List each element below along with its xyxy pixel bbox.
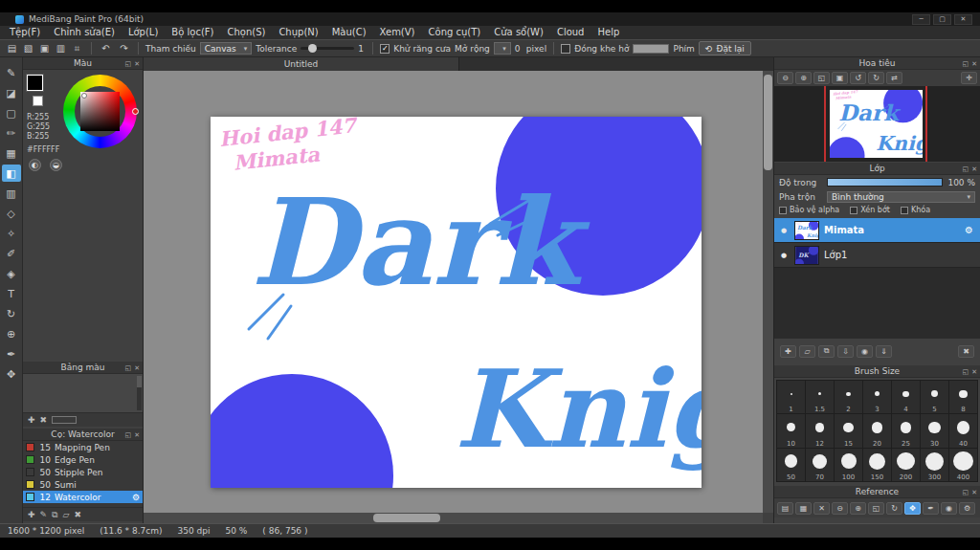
navigator-preview[interactable]: DarkKnightHoi dap 147Mimata [774, 86, 980, 162]
redo-icon[interactable]: ↷ [117, 41, 131, 55]
float-panel-icon[interactable]: ◱ [963, 165, 969, 173]
layer-visibility-dot[interactable]: ● [778, 227, 790, 234]
drawing-canvas[interactable]: DarkKnightHoi dap 147Mimata [211, 117, 702, 488]
delete-swatch-icon[interactable]: ✖ [40, 415, 48, 425]
add-swatch-icon[interactable]: ✚ [28, 415, 35, 425]
maximize-button[interactable]: ▢ [933, 14, 951, 25]
brush-size-12[interactable]: 12 [806, 414, 834, 447]
brush-size-1[interactable]: 1 [777, 381, 805, 413]
bucket-tool[interactable]: ◧ [2, 165, 21, 182]
close-panel-icon[interactable]: ✕ [134, 431, 140, 439]
lock-checkbox[interactable] [901, 207, 908, 214]
expand-value[interactable]: 0 [515, 44, 523, 54]
background-color-swatch[interactable] [33, 96, 43, 106]
brush-item-4[interactable]: 12Watercolor⚙ [23, 491, 143, 503]
brush-size-40[interactable]: 40 [949, 414, 977, 447]
float-panel-icon[interactable]: ◱ [125, 60, 132, 68]
add-layer-icon[interactable]: ✚ [780, 345, 796, 358]
opacity-slider[interactable] [827, 178, 943, 187]
brush-item-2[interactable]: 50Stipple Pen [23, 466, 143, 478]
zoom-in-icon[interactable]: ⊕ [795, 72, 812, 84]
brush-size-100[interactable]: 100 [835, 449, 862, 481]
float-panel-icon[interactable]: ◱ [125, 431, 132, 439]
foreground-color-swatch[interactable] [27, 75, 43, 91]
brush-item-3[interactable]: 50Sumi [23, 478, 143, 491]
close-panel-icon[interactable]: ✕ [134, 364, 140, 372]
eyedropper-icon[interactable]: ✒ [923, 502, 939, 515]
horizontal-scrollbar[interactable] [144, 513, 763, 523]
fit-icon[interactable]: ◱ [868, 502, 884, 515]
menu-item-4[interactable]: Chọn(S) [220, 26, 272, 39]
tolerance-slider[interactable] [301, 47, 354, 50]
brush-size-50[interactable]: 50 [777, 449, 805, 481]
settings-icon[interactable]: ⚙ [959, 502, 975, 515]
hand-icon[interactable]: ✥ [904, 502, 921, 515]
eraser-tool[interactable]: ◪ [2, 84, 21, 101]
expand-mode-select[interactable]: ▾ [494, 42, 511, 55]
sv-indicator[interactable] [81, 93, 87, 99]
canvas-viewport[interactable]: DarkKnightHoi dap 147Mimata [144, 71, 763, 513]
menu-item-7[interactable]: Xem(V) [373, 26, 422, 39]
brush-folder-icon[interactable]: ▱ [63, 510, 70, 519]
pattern-tool[interactable]: ▦ [2, 144, 21, 162]
pen-tool[interactable]: ✎ [2, 64, 21, 81]
image-icon[interactable]: ▦ [795, 502, 812, 515]
rotate-cw-icon[interactable]: ↻ [868, 72, 884, 84]
text-tool[interactable]: T [2, 285, 21, 302]
brush-size-3[interactable]: 3 [863, 381, 891, 413]
undo-icon[interactable]: ↶ [99, 41, 113, 55]
blend-mode-select[interactable]: Bình thường ▾ [827, 191, 975, 203]
stamp-tool[interactable]: ◈ [2, 265, 21, 282]
brush-size-150[interactable]: 150 [863, 449, 891, 481]
hue-wheel[interactable] [63, 75, 137, 148]
open-reference-icon[interactable]: ▤ [777, 502, 793, 515]
palette-body[interactable] [23, 374, 143, 412]
menu-item-1[interactable]: Chỉnh sửa(E) [47, 26, 122, 39]
brush-size-4[interactable]: 4 [892, 381, 920, 413]
rotate-ccw-icon[interactable]: ↺ [850, 72, 866, 84]
menu-item-0[interactable]: Tệp(F) [3, 26, 47, 39]
navigator-thumbnail[interactable]: DarkKnightHoi dap 147Mimata [830, 90, 923, 158]
duplicate-layer-icon[interactable]: ⧉ [818, 345, 835, 358]
saturation-value-box[interactable] [80, 92, 120, 131]
brush-item-0[interactable]: 15Mapping Pen [23, 441, 143, 453]
brush-size-8[interactable]: 8 [949, 381, 977, 413]
reset-button[interactable]: ⟲ Đặt lại [699, 41, 751, 55]
layer-visibility-dot[interactable]: ● [778, 252, 790, 259]
gradient-tool[interactable]: ▥ [2, 185, 21, 202]
zoom-tool[interactable]: ⊕ [2, 325, 21, 342]
transfer-layer-icon[interactable]: ⇩ [837, 345, 854, 358]
float-panel-icon[interactable]: ◱ [125, 364, 132, 372]
brush-item-1[interactable]: 10Edge Pen [23, 453, 143, 466]
gap-color-swatch[interactable] [633, 44, 669, 54]
close-reference-icon[interactable]: ✕ [813, 502, 830, 515]
merge-layer-icon[interactable]: ⇓ [876, 345, 892, 358]
close-panel-icon[interactable]: ✕ [971, 165, 977, 173]
clipping-checkbox[interactable] [850, 207, 858, 214]
edit-brush-icon[interactable]: ✎ [40, 510, 48, 519]
select-rect-tool[interactable]: ▢ [2, 104, 21, 121]
lasso-tool[interactable]: ◇ [2, 205, 21, 222]
actual-size-icon[interactable]: ▣ [832, 72, 848, 84]
brush-size-5[interactable]: 5 [921, 381, 948, 413]
menu-item-9[interactable]: Cửa sổ(W) [487, 26, 550, 39]
brush-size-25[interactable]: 25 [892, 414, 920, 447]
select-pen-tool[interactable]: ✐ [2, 245, 21, 262]
menu-item-6[interactable]: Màu(C) [325, 26, 373, 39]
new-file-icon[interactable]: ▤ [5, 41, 19, 55]
slider-knob[interactable] [308, 44, 317, 53]
menu-item-8[interactable]: Công cụ(T) [422, 26, 488, 39]
reset-view-icon[interactable]: ✛ [961, 72, 977, 84]
brush-size-300[interactable]: 300 [921, 449, 948, 481]
flip-horizontal-icon[interactable]: ⇄ [886, 72, 902, 84]
magic-wand-tool[interactable]: ✧ [2, 225, 21, 242]
brush-settings-icon[interactable]: ⚙ [132, 493, 140, 502]
menu-item-2[interactable]: Lớp(L) [122, 26, 165, 39]
reference-select[interactable]: Canvas ▾ [200, 42, 253, 55]
menu-item-5[interactable]: Chụp(N) [272, 26, 324, 39]
close-panel-icon[interactable]: ✕ [971, 489, 977, 496]
add-folder-icon[interactable]: ▱ [799, 345, 815, 358]
fit-window-icon[interactable]: ◱ [813, 72, 830, 84]
zoom-in-icon[interactable]: ⊕ [850, 502, 866, 515]
vertical-scrollbar[interactable] [763, 71, 773, 513]
